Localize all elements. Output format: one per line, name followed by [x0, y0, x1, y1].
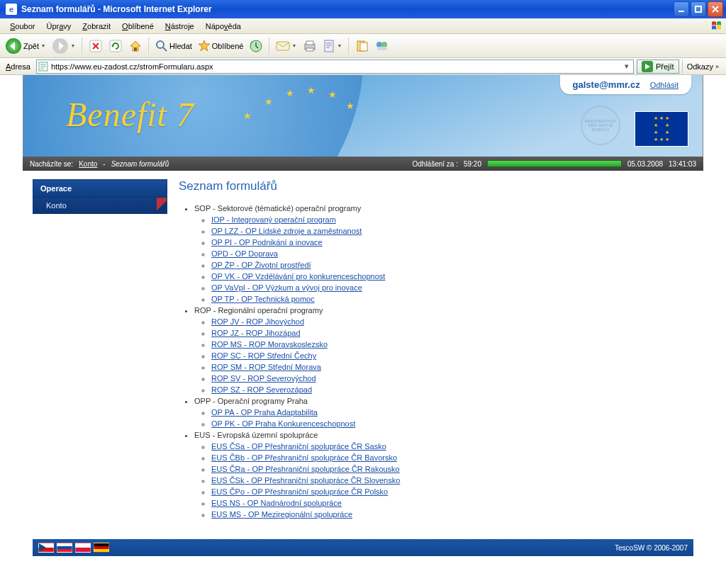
- flag-cz-icon[interactable]: [38, 543, 54, 553]
- sidebar-item-konto[interactable]: Konto: [33, 198, 167, 214]
- svg-rect-15: [360, 43, 367, 51]
- tree-item: EUS ČBb - OP Přeshraniční spolupráce ČR …: [211, 453, 693, 463]
- research-button[interactable]: [353, 37, 372, 55]
- back-button[interactable]: Zpět ▾: [3, 37, 48, 55]
- tree-link[interactable]: ROP MS - ROP Moravskoslezsko: [211, 340, 328, 349]
- tree-item: OP PK - OP Praha Konkurenceschopnost: [211, 419, 693, 429]
- tree-link[interactable]: EUS ČBb - OP Přeshraniční spolupráce ČR …: [211, 453, 397, 462]
- tree-link[interactable]: EUS ČPo - OP Přeshraniční spolupráce ČR …: [211, 487, 388, 496]
- menu-soubor[interactable]: Soubor: [4, 21, 40, 32]
- page-footer: TescoSW © 2006-2007: [33, 539, 693, 556]
- close-button[interactable]: [708, 1, 723, 17]
- tree-group: EUS - Evropská územní spolupráceEUS ČSa …: [194, 430, 693, 520]
- tree-link[interactable]: OP TP - OP Technická pomoc: [211, 295, 315, 303]
- forward-button[interactable]: ▾: [50, 37, 78, 55]
- tree-item: EUS NS - OP Nadnárodní spolupráce: [211, 498, 693, 509]
- tree-group: OPP - Operační programy PrahaOP PA - OP …: [194, 396, 693, 429]
- session-progress: [487, 160, 622, 167]
- svg-rect-18: [377, 47, 387, 50]
- chevron-down-icon[interactable]: ▾: [70, 43, 76, 49]
- edit-button[interactable]: ▾: [320, 37, 345, 55]
- chevron-down-icon[interactable]: ▾: [622, 62, 632, 71]
- search-label: Hledat: [169, 42, 192, 50]
- page-heading: Seznam formulářů: [179, 179, 693, 193]
- windows-flag-icon: [710, 20, 723, 33]
- minimize-button[interactable]: [674, 1, 689, 17]
- svg-rect-0: [678, 11, 684, 12]
- menu-napoveda[interactable]: Nápověda: [200, 21, 247, 32]
- sidebar: Operace Konto: [33, 179, 167, 531]
- search-button[interactable]: Hledat: [153, 37, 194, 55]
- chevron-down-icon[interactable]: ▾: [40, 43, 46, 49]
- tree-link[interactable]: EUS ČSk - OP Přeshraniční spolupráce ČR …: [211, 476, 400, 485]
- chevron-down-icon[interactable]: ▾: [337, 43, 342, 49]
- tree-link[interactable]: EUS ČSa - OP Přeshraniční spolupráce ČR …: [211, 442, 386, 451]
- tree-link[interactable]: EUS MS - OP Meziregionální spolupráce: [211, 510, 352, 519]
- tree-item: OP LZZ - OP Lidské zdroje a zaměstnanost: [211, 226, 693, 237]
- tree-item: ROP SV - ROP Severovýchod: [211, 373, 693, 384]
- tree-item: ROP SM - ROP Střední Morava: [211, 362, 693, 373]
- tree-link[interactable]: ROP SZ - ROP Severozápad: [211, 385, 312, 394]
- go-button[interactable]: Přejít: [637, 60, 679, 74]
- stop-button[interactable]: [86, 37, 105, 55]
- chevron-down-icon[interactable]: ▾: [291, 43, 297, 49]
- tree-link[interactable]: ROP SC - ROP Střední Čechy: [211, 351, 316, 360]
- print-button[interactable]: [301, 37, 319, 55]
- logout-time: 59:20: [464, 160, 481, 168]
- tree-item: OP VK - OP Vzdělávání pro konkurencescho…: [211, 271, 693, 282]
- tree-link[interactable]: OP VaVpI - OP Výzkum a vývoj pro inovace: [211, 283, 362, 292]
- menu-nastroje[interactable]: Nástroje: [160, 21, 200, 32]
- user-panel: galste@mmr.cz Odhlásit: [560, 75, 691, 94]
- messenger-button[interactable]: [373, 37, 391, 55]
- menu-oblibene[interactable]: Oblíbené: [116, 21, 160, 32]
- svg-rect-12: [306, 48, 313, 51]
- form-tree: SOP - Sektorové (tématické) operační pro…: [179, 203, 693, 520]
- history-button[interactable]: [247, 37, 265, 55]
- svg-point-7: [157, 41, 164, 48]
- menu-upravy[interactable]: Úpravy: [40, 21, 77, 32]
- maximize-button[interactable]: [691, 1, 706, 17]
- tree-link[interactable]: ROP SV - ROP Severovýchod: [211, 374, 316, 383]
- tree-link[interactable]: EUS ČRa - OP Přeshraniční spolupráce ČR …: [211, 465, 400, 473]
- svg-rect-1: [696, 6, 701, 12]
- status-time: 13:41:03: [669, 160, 696, 168]
- logout-link[interactable]: Odhlásit: [650, 81, 678, 89]
- svg-rect-13: [325, 40, 333, 52]
- tree-link[interactable]: OP PA - OP Praha Adaptabilita: [211, 408, 318, 417]
- tree-item: OP TP - OP Technická pomoc: [211, 294, 693, 305]
- breadcrumb-konto[interactable]: Konto: [79, 160, 97, 168]
- flag-sk-icon[interactable]: [57, 543, 72, 553]
- links-button[interactable]: Odkazy »: [682, 60, 723, 74]
- address-input[interactable]: https://www.eu-zadost.cz/stromFormularu.…: [36, 60, 634, 74]
- svg-rect-5: [110, 40, 121, 52]
- home-button[interactable]: [126, 37, 145, 55]
- tree-link[interactable]: OP LZZ - OP Lidské zdroje a zaměstnanost: [211, 227, 362, 235]
- page-wrap: ★ ★ ★ ★ ★ ★ Benefit 7 galste@mmr.cz Odhl…: [23, 75, 703, 588]
- tree-item: ROP SC - ROP Střední Čechy: [211, 351, 693, 361]
- tree-link[interactable]: OP PI - OP Podnikání a inovace: [211, 238, 323, 247]
- tree-link[interactable]: OP PK - OP Praha Konkurenceschopnost: [211, 419, 355, 428]
- menu-zobrazit[interactable]: Zobrazit: [77, 21, 116, 32]
- tree-link[interactable]: ROP JZ - ROP Jihozápad: [211, 329, 301, 337]
- status-date: 05.03.2008: [627, 160, 663, 168]
- tree-link[interactable]: OP ŽP - OP Životní prostředí: [211, 261, 311, 269]
- tree-item: ROP MS - ROP Moravskoslezsko: [211, 339, 693, 350]
- mail-button[interactable]: ▾: [274, 37, 299, 55]
- flag-de-icon[interactable]: [94, 543, 109, 553]
- favorites-button[interactable]: Oblíbené: [196, 37, 246, 55]
- tree-link[interactable]: OP VK - OP Vzdělávání pro konkurencescho…: [211, 272, 385, 281]
- go-label: Přejít: [656, 62, 674, 71]
- tree-item: OP PI - OP Podnikání a inovace: [211, 237, 693, 248]
- tree-item: EUS ČSa - OP Přeshraniční spolupráce ČR …: [211, 441, 693, 452]
- tree-link[interactable]: EUS NS - OP Nadnárodní spolupráce: [211, 499, 342, 507]
- main-content: Seznam formulářů SOP - Sektorové (témati…: [179, 179, 693, 531]
- tree-item: EUS ČRa - OP Přeshraniční spolupráce ČR …: [211, 464, 693, 475]
- flag-pl-icon[interactable]: [75, 543, 91, 553]
- tree-link[interactable]: IOP - Integrovaný operační program: [211, 215, 336, 224]
- refresh-button[interactable]: [106, 37, 125, 55]
- tree-link[interactable]: OPD - OP Doprava: [211, 249, 278, 258]
- tree-link[interactable]: ROP JV - ROP Jihovýchod: [211, 317, 304, 326]
- breadcrumb-page: Seznam formulářů: [111, 160, 169, 168]
- user-email: galste@mmr.cz: [573, 79, 640, 90]
- tree-link[interactable]: ROP SM - ROP Střední Morava: [211, 363, 321, 371]
